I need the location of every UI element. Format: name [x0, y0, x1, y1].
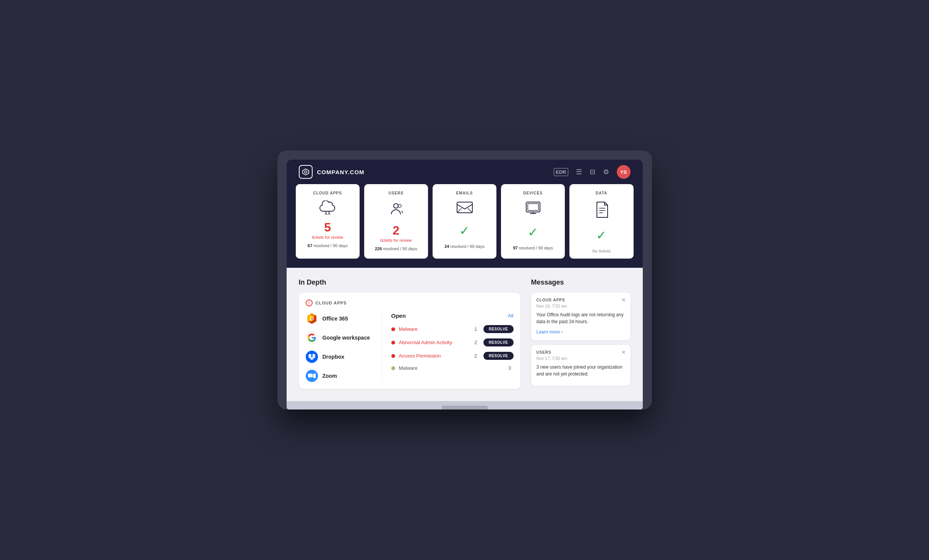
issue-row-1: Abnormal Admin Activity 2 RESOLVE [391, 338, 514, 346]
issue-row-3: Malware 3 [391, 365, 514, 371]
user-avatar[interactable]: YS [617, 165, 631, 179]
in-depth-card: ! CLOUD APPS [299, 293, 520, 389]
issues-panel: Open All Malware 1 RESOLVE [382, 312, 514, 382]
svg-point-1 [398, 204, 401, 207]
data-icon [594, 201, 609, 222]
stat-emails-resolved: 24 resolved / 90 days [444, 244, 485, 249]
stat-devices[interactable]: DEVICES ✓ 97 resolved / 90 days [501, 184, 565, 259]
laptop-notch [442, 406, 488, 409]
dropbox-name: Dropbox [323, 354, 345, 360]
svg-rect-4 [528, 204, 538, 210]
edr-icon[interactable]: EDR [554, 168, 568, 176]
issue-dot-admin [391, 341, 395, 345]
gear-icon[interactable]: ⚙ [603, 168, 609, 176]
header-left: COMPANY.COM [299, 165, 365, 179]
chart-icon[interactable]: ⊟ [590, 168, 595, 176]
in-depth-section: In Depth ! CLOUD APPS [299, 278, 520, 390]
svg-text:O: O [310, 316, 314, 322]
stat-users-label: USERS [389, 191, 404, 195]
app-item-zoom[interactable]: Zoom [306, 370, 374, 382]
google-workspace-icon [306, 332, 318, 344]
app-item-google-workspace[interactable]: Google workspace [306, 332, 374, 344]
message-time-0: Nov 19, 7:02 am [537, 304, 625, 308]
issue-count-malware1: 1 [472, 326, 480, 332]
message-body-1: 3 new users have joined your organizatio… [537, 364, 625, 377]
stat-cloud-apps-resolved: 67 resolved / 90 days [308, 243, 348, 248]
stat-data[interactable]: DATA ✓ No tickets [569, 184, 633, 259]
header-right: EDR ☰ ⊟ ⚙ YS [554, 165, 630, 179]
message-link-0[interactable]: Learn more › [537, 329, 563, 335]
dropbox-icon [306, 351, 318, 363]
in-depth-body: O Office 365 [306, 312, 514, 382]
stat-data-label: DATA [596, 191, 607, 195]
svg-point-0 [305, 171, 307, 173]
devices-icon [524, 201, 542, 219]
cloud-apps-icon [318, 201, 337, 217]
stat-cloud-apps-label: CLOUD APPS [313, 191, 342, 195]
alert-icon: ! [306, 299, 313, 306]
messages-section: Messages CLOUD APPS ✕ Nov 19, 7:02 am Yo… [531, 278, 631, 390]
stat-cloud-apps[interactable]: CLOUD APPS 5 tickets for review 67 resol… [296, 184, 360, 259]
issue-row-2: Access Permission 2 RESOLVE [391, 352, 514, 360]
office365-name: Office 365 [323, 316, 348, 322]
issues-all-link[interactable]: All [508, 313, 513, 319]
stat-users-resolved: 226 resolved / 90 days [375, 246, 417, 251]
message-time-1: Nov 17, 7:02 am [537, 356, 625, 361]
message-card-0: CLOUD APPS ✕ Nov 19, 7:02 am Your Office… [531, 293, 631, 340]
issue-name-admin: Abnormal Admin Activity [399, 340, 468, 345]
issue-dot-malware1 [391, 327, 395, 331]
message-close-1[interactable]: ✕ [621, 350, 626, 355]
app-item-office365[interactable]: O Office 365 [306, 312, 374, 325]
in-depth-section-label: CLOUD APPS [316, 301, 347, 305]
company-name: COMPANY.COM [317, 169, 365, 175]
resolve-button-access[interactable]: RESOLVE [483, 352, 514, 360]
logo-icon[interactable] [299, 165, 313, 179]
stat-devices-label: DEVICES [523, 191, 543, 195]
laptop-base [287, 401, 643, 409]
laptop-screen: COMPANY.COM EDR ☰ ⊟ ⚙ YS CLOUD APPS [287, 160, 643, 401]
message-close-0[interactable]: ✕ [621, 297, 626, 303]
devices-check: ✓ [528, 225, 538, 240]
issue-row-0: Malware 1 RESOLVE [391, 325, 514, 333]
app-item-dropbox[interactable]: Dropbox [306, 351, 374, 363]
stat-emails[interactable]: EMAILS ✓ 24 resolved / 90 days [433, 184, 496, 259]
main-content: In Depth ! CLOUD APPS [287, 268, 643, 401]
apps-list: O Office 365 [306, 312, 382, 382]
stat-users[interactable]: USERS 2 tickets for review 226 resolved … [364, 184, 428, 259]
list-icon[interactable]: ☰ [576, 168, 582, 176]
stat-users-tickets: tickets for review [380, 238, 412, 243]
resolve-button-admin[interactable]: RESOLVE [483, 338, 514, 346]
zoom-name: Zoom [323, 373, 337, 379]
message-body-0: Your Office Audit logs are not returning… [537, 311, 625, 325]
issue-name-malware1: Malware [399, 326, 468, 332]
in-depth-title: In Depth [299, 278, 520, 286]
office365-icon: O [306, 312, 318, 325]
issue-name-malware2: Malware [399, 365, 502, 371]
laptop-frame: COMPANY.COM EDR ☰ ⊟ ⚙ YS CLOUD APPS [277, 151, 652, 409]
users-icon [387, 201, 404, 220]
stat-cloud-apps-tickets: tickets for review [312, 235, 343, 240]
svg-rect-20 [308, 374, 313, 377]
stat-data-no-tickets: No tickets [592, 249, 611, 253]
zoom-icon [306, 370, 318, 382]
issues-open-label: Open [391, 312, 406, 319]
resolve-button-malware1[interactable]: RESOLVE [483, 325, 514, 333]
svg-rect-2 [457, 202, 472, 213]
data-check: ✓ [596, 228, 606, 243]
stat-users-number: 2 [392, 224, 399, 236]
emails-check: ✓ [459, 223, 470, 238]
message-card-1: USERS ✕ Nov 17, 7:02 am 3 new users have… [531, 345, 631, 386]
message-tag-0: CLOUD APPS [537, 298, 625, 302]
issues-header: Open All [391, 312, 514, 319]
header: COMPANY.COM EDR ☰ ⊟ ⚙ YS [287, 160, 643, 184]
issue-dot-access [391, 354, 395, 358]
issue-count-malware2: 3 [506, 365, 514, 371]
stat-cloud-apps-number: 5 [324, 221, 331, 233]
stats-bar: CLOUD APPS 5 tickets for review 67 resol… [287, 184, 643, 268]
issue-dot-malware2 [391, 366, 395, 370]
message-tag-1: USERS [537, 350, 625, 354]
issue-name-access: Access Permission [399, 353, 468, 359]
svg-marker-21 [313, 373, 316, 379]
google-workspace-name: Google workspace [323, 335, 370, 341]
stat-devices-resolved: 97 resolved / 90 days [513, 246, 553, 250]
